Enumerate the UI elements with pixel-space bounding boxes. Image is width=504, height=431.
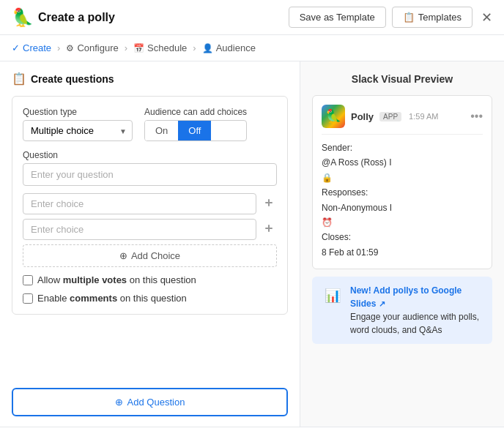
choice-input-1[interactable] — [23, 193, 256, 214]
step-schedule[interactable]: 📅 Schedule — [133, 42, 187, 53]
enable-comments-row: Enable comments on this question — [23, 293, 277, 304]
form-row-type-toggle: Question type Multiple choice ▼ Audience… — [23, 107, 277, 141]
svg-rect-1 — [268, 199, 270, 206]
promo-title: New! Add pollys to Google Slides ↗ — [350, 285, 462, 309]
polly-avatar: 🦜 — [322, 105, 345, 128]
step-configure-label: Configure — [77, 42, 118, 53]
add-question-button[interactable]: ⊕ Add Question — [12, 388, 288, 416]
panel-title-text: Create questions — [31, 73, 114, 85]
choice-delete-2[interactable] — [261, 222, 277, 237]
question-type-select-wrapper: Multiple choice ▼ — [23, 120, 133, 141]
question-label: Question — [23, 150, 277, 160]
step-create-label: Create — [23, 42, 51, 53]
allow-multiple-votes-text: Allow multiple votes on this question — [37, 274, 196, 285]
toggle-buttons: On Off — [144, 120, 247, 141]
lock-icon: 🔒 — [322, 173, 333, 183]
responses-value: Non-Anonymous I — [322, 200, 483, 215]
templates-label: Templates — [418, 12, 462, 23]
slack-app-name: Polly — [351, 111, 374, 122]
choice-row-1 — [23, 193, 277, 214]
slack-time: 1:59 AM — [409, 112, 438, 121]
toggle-on-button[interactable]: On — [145, 121, 178, 140]
closes-value: 8 Feb at 01:59 — [322, 245, 483, 260]
templates-button[interactable]: 📋 Templates — [392, 7, 472, 28]
question-type-label: Question type — [23, 107, 133, 117]
panel-title-icon: 📋 — [12, 72, 26, 86]
logo: 🦜 — [12, 7, 32, 28]
step-create[interactable]: ✓ Create — [12, 42, 51, 53]
add-question-icon: ⊕ — [115, 397, 123, 408]
closes-label: Closes: — [322, 230, 483, 244]
slack-closes: ⏰ Closes: 8 Feb at 01:59 — [322, 215, 483, 260]
polly-logo: 🦜 — [325, 108, 341, 124]
step-configure[interactable]: ⚙ Configure — [66, 42, 118, 53]
toggle-off-button[interactable]: Off — [178, 121, 211, 140]
responses-label: Responses: — [322, 185, 483, 200]
promo-title-text: New! Add pollys to Google Slides — [350, 285, 462, 309]
question-card: Question type Multiple choice ▼ Audience… — [12, 96, 288, 315]
preview-title: Slack Visual Preview — [312, 73, 492, 85]
svg-rect-3 — [268, 225, 270, 232]
add-question-wrapper: ⊕ Add Question — [12, 381, 288, 416]
promo-description: Engage your audience with polls, word cl… — [350, 312, 479, 335]
templates-icon: 📋 — [403, 12, 415, 23]
allow-multiple-votes-checkbox[interactable] — [23, 275, 33, 285]
choice-row-2 — [23, 219, 277, 240]
slack-dots[interactable]: ••• — [470, 110, 483, 123]
page-title: Create a polly — [38, 11, 283, 24]
enable-comments-text: Enable comments on this question — [37, 293, 187, 304]
promo-text: New! Add pollys to Google Slides ↗ Engag… — [350, 284, 483, 337]
slack-separator — [322, 134, 483, 135]
choice-input-2[interactable] — [23, 219, 256, 240]
promo-banner[interactable]: 📊 New! Add pollys to Google Slides ↗ Eng… — [312, 277, 492, 344]
audience-choices-group: Audience can add choices On Off — [144, 107, 247, 141]
close-button[interactable]: ✕ — [481, 11, 492, 24]
choice-delete-1[interactable] — [261, 196, 277, 211]
delete-icon-2 — [264, 223, 274, 233]
sep-2: › — [125, 42, 127, 53]
sender-label: Sender: — [322, 140, 483, 155]
footer: Next → — [0, 427, 504, 431]
promo-link-icon: ↗ — [379, 299, 385, 308]
steps-nav: ✓ Create › ⚙ Configure › 📅 Schedule › 👤 … — [0, 35, 504, 61]
add-question-label: Add Question — [127, 397, 185, 408]
panel-title: 📋 Create questions — [12, 72, 288, 86]
main-layout: 📋 Create questions Question type Multipl… — [0, 61, 504, 427]
slack-preview: 🦜 Polly APP 1:59 AM ••• Sender: @A Ross … — [312, 95, 492, 269]
sender-value: @A Ross (Ross) I — [322, 155, 483, 170]
question-type-group: Question type Multiple choice ▼ — [23, 107, 133, 141]
step-configure-icon: ⚙ — [66, 43, 74, 53]
enable-comments-checkbox[interactable] — [23, 293, 33, 304]
add-choice-label: Add Choice — [131, 250, 180, 261]
right-panel: Slack Visual Preview 🦜 Polly APP 1:59 AM… — [300, 61, 504, 427]
step-audience-label: Audience — [216, 42, 256, 53]
step-audience[interactable]: 👤 Audience — [202, 42, 256, 53]
left-panel: 📋 Create questions Question type Multipl… — [0, 61, 300, 427]
logo-icon: 🦜 — [12, 7, 34, 27]
slack-responses: 🔒 Responses: Non-Anonymous I — [322, 170, 483, 215]
slack-header: 🦜 Polly APP 1:59 AM ••• — [322, 105, 483, 128]
add-choice-button[interactable]: ⊕ Add Choice — [23, 244, 277, 267]
step-create-icon: ✓ — [12, 42, 20, 53]
question-type-select[interactable]: Multiple choice — [23, 120, 133, 141]
sep-3: › — [193, 42, 196, 53]
sep-1: › — [57, 42, 60, 53]
add-choice-icon: ⊕ — [119, 250, 127, 261]
delete-icon-1 — [264, 198, 274, 208]
promo-icon: 📊 — [321, 284, 344, 307]
step-schedule-label: Schedule — [147, 42, 187, 53]
step-schedule-icon: 📅 — [133, 43, 144, 53]
slides-icon: 📊 — [325, 288, 341, 304]
clock-icon: ⏰ — [322, 217, 333, 228]
slack-app-badge: APP — [379, 112, 401, 121]
slack-sender: Sender: @A Ross (Ross) I — [322, 140, 483, 170]
allow-multiple-votes-row: Allow multiple votes on this question — [23, 274, 277, 285]
audience-choices-label: Audience can add choices — [144, 107, 247, 117]
slack-info: Sender: @A Ross (Ross) I 🔒 Responses: No… — [322, 140, 483, 260]
save-template-button[interactable]: Save as Template — [289, 7, 386, 28]
step-audience-icon: 👤 — [202, 43, 213, 53]
question-input[interactable] — [23, 163, 277, 186]
header: 🦜 Create a polly Save as Template 📋 Temp… — [0, 0, 504, 35]
